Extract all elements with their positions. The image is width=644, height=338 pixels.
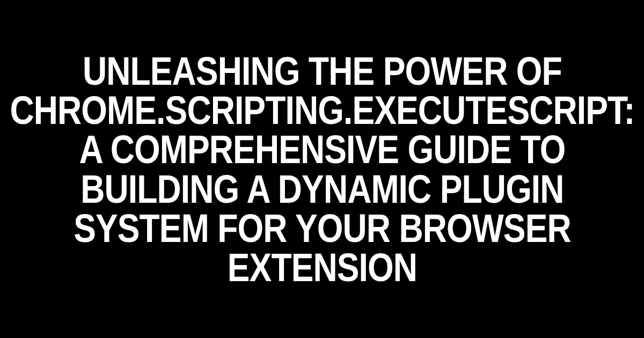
hero-title: Unleashing the Power of chrome.scripting… [0,51,644,287]
